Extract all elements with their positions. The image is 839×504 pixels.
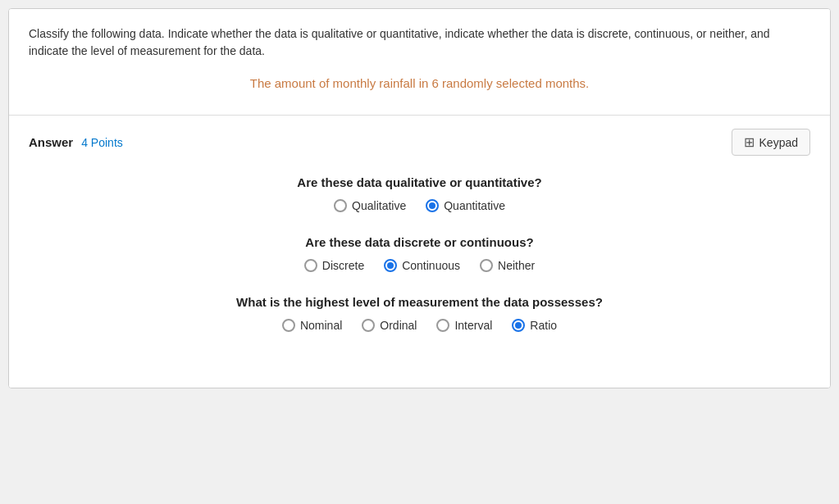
radio-label-neither: Neither	[498, 259, 535, 272]
radio-option-ordinal[interactable]: Ordinal	[362, 319, 417, 332]
radio-circle-interval	[436, 319, 449, 332]
radio-group-q3: Nominal Ordinal Interval Ratio	[29, 319, 810, 332]
sub-question-3: What is the highest level of measurement…	[29, 295, 810, 332]
radio-option-continuous[interactable]: Continuous	[384, 259, 460, 272]
radio-label-continuous: Continuous	[402, 259, 460, 272]
radio-circle-qualitative	[334, 199, 347, 212]
answer-section: Answer 4 Points ⊞ Keypad Are these data …	[9, 116, 830, 388]
radio-circle-ordinal	[362, 319, 375, 332]
sub-question-1-title: Are these data qualitative or quantitati…	[29, 175, 810, 189]
radio-circle-neither	[480, 259, 493, 272]
radio-option-ratio[interactable]: Ratio	[512, 319, 557, 332]
radio-group-q1: Qualitative Quantitative	[29, 199, 810, 212]
radio-option-qualitative[interactable]: Qualitative	[334, 199, 406, 212]
keypad-label: Keypad	[759, 136, 798, 149]
main-container: Classify the following data. Indicate wh…	[8, 8, 831, 388]
radio-label-ordinal: Ordinal	[380, 319, 417, 332]
radio-label-qualitative: Qualitative	[352, 199, 406, 212]
radio-option-quantitative[interactable]: Quantitative	[426, 199, 505, 212]
answer-label: Answer	[29, 135, 73, 149]
radio-group-q2: Discrete Continuous Neither	[29, 259, 810, 272]
radio-label-quantitative: Quantitative	[444, 199, 505, 212]
radio-circle-nominal	[282, 319, 295, 332]
radio-option-nominal[interactable]: Nominal	[282, 319, 342, 332]
radio-label-interval: Interval	[454, 319, 492, 332]
answer-header: Answer 4 Points ⊞ Keypad	[29, 129, 810, 156]
question-section: Classify the following data. Indicate wh…	[9, 9, 830, 116]
radio-label-ratio: Ratio	[530, 319, 557, 332]
answer-label-group: Answer 4 Points	[29, 135, 123, 149]
radio-circle-quantitative	[426, 199, 439, 212]
radio-label-discrete: Discrete	[322, 259, 364, 272]
points-label: 4 Points	[81, 136, 123, 149]
radio-circle-continuous	[384, 259, 397, 272]
sub-question-2-title: Are these data discrete or continuous?	[29, 235, 810, 249]
radio-circle-ratio	[512, 319, 525, 332]
question-instructions: Classify the following data. Indicate wh…	[29, 25, 810, 60]
sub-question-2: Are these data discrete or continuous? D…	[29, 235, 810, 272]
radio-label-nominal: Nominal	[300, 319, 342, 332]
keypad-button[interactable]: ⊞ Keypad	[732, 129, 810, 156]
radio-circle-discrete	[304, 259, 317, 272]
sub-question-3-title: What is the highest level of measurement…	[29, 295, 810, 309]
sub-question-1: Are these data qualitative or quantitati…	[29, 175, 810, 212]
radio-option-interval[interactable]: Interval	[436, 319, 492, 332]
keypad-icon: ⊞	[744, 134, 755, 150]
radio-option-discrete[interactable]: Discrete	[304, 259, 364, 272]
radio-option-neither[interactable]: Neither	[480, 259, 535, 272]
question-text: The amount of monthly rainfall in 6 rand…	[29, 76, 810, 90]
